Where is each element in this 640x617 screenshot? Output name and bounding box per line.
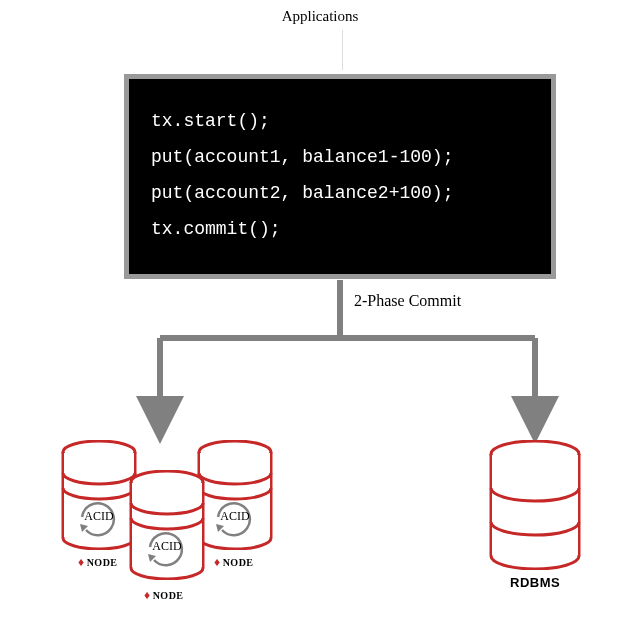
flame-icon: ♦ xyxy=(144,588,151,603)
node-label-3: ♦ NODE xyxy=(214,555,254,570)
node-label-1: ♦ NODE xyxy=(78,555,118,570)
flame-icon: ♦ xyxy=(214,555,221,570)
flame-icon: ♦ xyxy=(78,555,85,570)
svg-text:ACID: ACID xyxy=(152,539,182,553)
rdbms-db: RDBMS xyxy=(488,440,582,610)
code-line-2: put(account1, balance1-100); xyxy=(151,139,529,175)
code-line-4: tx.commit(); xyxy=(151,211,529,247)
title-connector-line xyxy=(342,30,343,70)
db-node-3: ACID xyxy=(196,440,274,550)
svg-text:ACID: ACID xyxy=(220,509,250,523)
diagram-title: Applications xyxy=(282,8,359,25)
svg-rect-9 xyxy=(492,455,578,555)
acid-text: ACID xyxy=(84,509,114,523)
arrows-svg xyxy=(0,280,640,450)
code-line-1: tx.start(); xyxy=(151,103,529,139)
code-line-3: put(account2, balance2+100); xyxy=(151,175,529,211)
db-node-2: ACID xyxy=(128,470,206,580)
node-label-2: ♦ NODE xyxy=(144,588,184,603)
transaction-code-block: tx.start(); put(account1, balance1-100);… xyxy=(124,74,556,279)
rdbms-label: RDBMS xyxy=(510,575,560,590)
db-node-1: ACID xyxy=(60,440,138,550)
ignite-cluster: ACID ACID ACID xyxy=(60,440,320,610)
